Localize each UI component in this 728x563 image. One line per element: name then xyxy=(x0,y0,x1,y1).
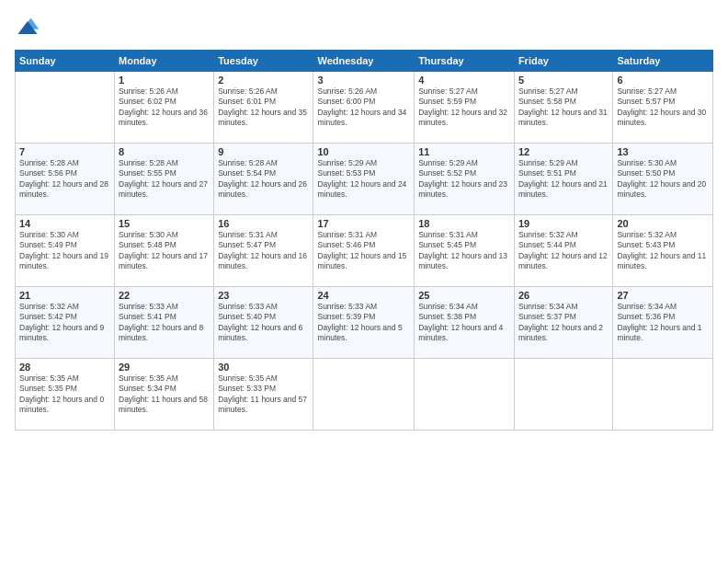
calendar-cell: 18Sunrise: 5:31 AMSunset: 5:45 PMDayligh… xyxy=(415,215,515,287)
day-info: Sunrise: 5:33 AMSunset: 5:41 PMDaylight:… xyxy=(119,302,210,344)
day-info: Sunrise: 5:30 AMSunset: 5:48 PMDaylight:… xyxy=(119,230,210,272)
day-number: 5 xyxy=(518,75,609,86)
calendar-cell: 24Sunrise: 5:33 AMSunset: 5:39 PMDayligh… xyxy=(313,287,415,359)
day-number: 22 xyxy=(119,290,210,301)
day-number: 14 xyxy=(19,218,110,229)
day-info: Sunrise: 5:33 AMSunset: 5:40 PMDaylight:… xyxy=(218,302,309,344)
calendar-cell: 25Sunrise: 5:34 AMSunset: 5:38 PMDayligh… xyxy=(415,287,515,359)
calendar-cell: 14Sunrise: 5:30 AMSunset: 5:49 PMDayligh… xyxy=(16,215,115,287)
calendar-cell: 10Sunrise: 5:29 AMSunset: 5:53 PMDayligh… xyxy=(313,144,415,215)
calendar-cell: 29Sunrise: 5:35 AMSunset: 5:34 PMDayligh… xyxy=(115,359,214,431)
day-info: Sunrise: 5:29 AMSunset: 5:52 PMDaylight:… xyxy=(418,158,510,201)
calendar-table: SundayMondayTuesdayWednesdayThursdayFrid… xyxy=(15,50,713,431)
page: SundayMondayTuesdayWednesdayThursdayFrid… xyxy=(0,0,728,563)
day-info: Sunrise: 5:33 AMSunset: 5:39 PMDaylight:… xyxy=(317,302,410,344)
day-info: Sunrise: 5:31 AMSunset: 5:47 PMDaylight:… xyxy=(218,230,309,272)
day-info: Sunrise: 5:32 AMSunset: 5:43 PMDaylight:… xyxy=(617,230,709,272)
calendar-cell: 1Sunrise: 5:26 AMSunset: 6:02 PMDaylight… xyxy=(115,72,214,144)
calendar-cell: 28Sunrise: 5:35 AMSunset: 5:35 PMDayligh… xyxy=(16,359,115,431)
day-number: 20 xyxy=(617,218,709,229)
day-info: Sunrise: 5:28 AMSunset: 5:56 PMDaylight:… xyxy=(19,158,110,201)
day-number: 29 xyxy=(119,362,210,373)
calendar-cell: 7Sunrise: 5:28 AMSunset: 5:56 PMDaylight… xyxy=(16,144,115,215)
day-number: 9 xyxy=(218,146,309,157)
week-row-1: 7Sunrise: 5:28 AMSunset: 5:56 PMDaylight… xyxy=(16,144,713,215)
day-number: 23 xyxy=(218,290,309,301)
day-info: Sunrise: 5:35 AMSunset: 5:35 PMDaylight:… xyxy=(19,373,110,416)
day-info: Sunrise: 5:34 AMSunset: 5:38 PMDaylight:… xyxy=(418,302,510,344)
calendar-cell: 19Sunrise: 5:32 AMSunset: 5:44 PMDayligh… xyxy=(514,215,612,287)
day-info: Sunrise: 5:26 AMSunset: 6:01 PMDaylight:… xyxy=(218,86,309,129)
calendar-cell: 5Sunrise: 5:27 AMSunset: 5:58 PMDaylight… xyxy=(514,72,612,144)
day-info: Sunrise: 5:26 AMSunset: 6:02 PMDaylight:… xyxy=(119,86,210,129)
day-info: Sunrise: 5:32 AMSunset: 5:42 PMDaylight:… xyxy=(19,302,110,344)
calendar-cell xyxy=(313,359,415,431)
calendar-cell: 13Sunrise: 5:30 AMSunset: 5:50 PMDayligh… xyxy=(613,144,713,215)
calendar-cell: 8Sunrise: 5:28 AMSunset: 5:55 PMDaylight… xyxy=(115,144,214,215)
calendar-cell xyxy=(514,359,612,431)
calendar-cell: 2Sunrise: 5:26 AMSunset: 6:01 PMDaylight… xyxy=(214,72,313,144)
calendar-cell: 9Sunrise: 5:28 AMSunset: 5:54 PMDaylight… xyxy=(214,144,313,215)
day-number: 10 xyxy=(317,146,410,157)
calendar-cell: 4Sunrise: 5:27 AMSunset: 5:59 PMDaylight… xyxy=(415,72,515,144)
day-info: Sunrise: 5:35 AMSunset: 5:33 PMDaylight:… xyxy=(218,373,309,416)
header-row: SundayMondayTuesdayWednesdayThursdayFrid… xyxy=(16,51,713,72)
week-row-0: 1Sunrise: 5:26 AMSunset: 6:02 PMDaylight… xyxy=(16,72,713,144)
week-row-2: 14Sunrise: 5:30 AMSunset: 5:49 PMDayligh… xyxy=(16,215,713,287)
calendar-cell: 16Sunrise: 5:31 AMSunset: 5:47 PMDayligh… xyxy=(214,215,313,287)
day-info: Sunrise: 5:30 AMSunset: 5:50 PMDaylight:… xyxy=(617,158,709,201)
calendar-cell: 30Sunrise: 5:35 AMSunset: 5:33 PMDayligh… xyxy=(214,359,313,431)
day-info: Sunrise: 5:26 AMSunset: 6:00 PMDaylight:… xyxy=(317,86,410,129)
calendar-cell: 20Sunrise: 5:32 AMSunset: 5:43 PMDayligh… xyxy=(613,215,713,287)
day-info: Sunrise: 5:31 AMSunset: 5:45 PMDaylight:… xyxy=(418,230,510,272)
day-number: 4 xyxy=(418,75,510,86)
day-number: 11 xyxy=(418,146,510,157)
day-number: 12 xyxy=(518,146,609,157)
calendar-cell: 6Sunrise: 5:27 AMSunset: 5:57 PMDaylight… xyxy=(613,72,713,144)
day-info: Sunrise: 5:30 AMSunset: 5:49 PMDaylight:… xyxy=(19,230,110,272)
day-info: Sunrise: 5:28 AMSunset: 5:55 PMDaylight:… xyxy=(119,158,210,201)
calendar-cell: 27Sunrise: 5:34 AMSunset: 5:36 PMDayligh… xyxy=(613,287,713,359)
header-friday: Friday xyxy=(514,51,612,72)
day-number: 27 xyxy=(617,290,709,301)
calendar-cell: 22Sunrise: 5:33 AMSunset: 5:41 PMDayligh… xyxy=(115,287,214,359)
week-row-4: 28Sunrise: 5:35 AMSunset: 5:35 PMDayligh… xyxy=(16,359,713,431)
calendar-cell: 17Sunrise: 5:31 AMSunset: 5:46 PMDayligh… xyxy=(313,215,415,287)
calendar-cell xyxy=(613,359,713,431)
day-number: 6 xyxy=(617,75,709,86)
day-number: 13 xyxy=(617,146,709,157)
day-info: Sunrise: 5:31 AMSunset: 5:46 PMDaylight:… xyxy=(317,230,410,272)
day-info: Sunrise: 5:27 AMSunset: 5:58 PMDaylight:… xyxy=(518,86,609,129)
day-number: 17 xyxy=(317,218,410,229)
day-number: 18 xyxy=(418,218,510,229)
week-row-3: 21Sunrise: 5:32 AMSunset: 5:42 PMDayligh… xyxy=(16,287,713,359)
day-number: 19 xyxy=(518,218,609,229)
day-number: 26 xyxy=(518,290,609,301)
day-number: 7 xyxy=(19,146,110,157)
logo-icon xyxy=(15,15,40,40)
calendar-cell: 26Sunrise: 5:34 AMSunset: 5:37 PMDayligh… xyxy=(514,287,612,359)
day-number: 25 xyxy=(418,290,510,301)
header-thursday: Thursday xyxy=(415,51,515,72)
day-number: 16 xyxy=(218,218,309,229)
header-sunday: Sunday xyxy=(16,51,115,72)
day-number: 1 xyxy=(119,75,210,86)
day-number: 15 xyxy=(119,218,210,229)
day-info: Sunrise: 5:28 AMSunset: 5:54 PMDaylight:… xyxy=(218,158,309,201)
header-tuesday: Tuesday xyxy=(214,51,313,72)
day-info: Sunrise: 5:27 AMSunset: 5:57 PMDaylight:… xyxy=(617,86,709,129)
day-number: 24 xyxy=(317,290,410,301)
calendar-cell: 12Sunrise: 5:29 AMSunset: 5:51 PMDayligh… xyxy=(514,144,612,215)
header-saturday: Saturday xyxy=(613,51,713,72)
day-info: Sunrise: 5:34 AMSunset: 5:37 PMDaylight:… xyxy=(518,302,609,344)
calendar-cell: 23Sunrise: 5:33 AMSunset: 5:40 PMDayligh… xyxy=(214,287,313,359)
day-info: Sunrise: 5:29 AMSunset: 5:53 PMDaylight:… xyxy=(317,158,410,201)
header-monday: Monday xyxy=(115,51,214,72)
day-info: Sunrise: 5:27 AMSunset: 5:59 PMDaylight:… xyxy=(418,86,510,129)
header xyxy=(15,15,713,40)
calendar-cell: 21Sunrise: 5:32 AMSunset: 5:42 PMDayligh… xyxy=(16,287,115,359)
logo xyxy=(15,15,44,40)
calendar-cell: 15Sunrise: 5:30 AMSunset: 5:48 PMDayligh… xyxy=(115,215,214,287)
day-info: Sunrise: 5:32 AMSunset: 5:44 PMDaylight:… xyxy=(518,230,609,272)
calendar-cell: 11Sunrise: 5:29 AMSunset: 5:52 PMDayligh… xyxy=(415,144,515,215)
